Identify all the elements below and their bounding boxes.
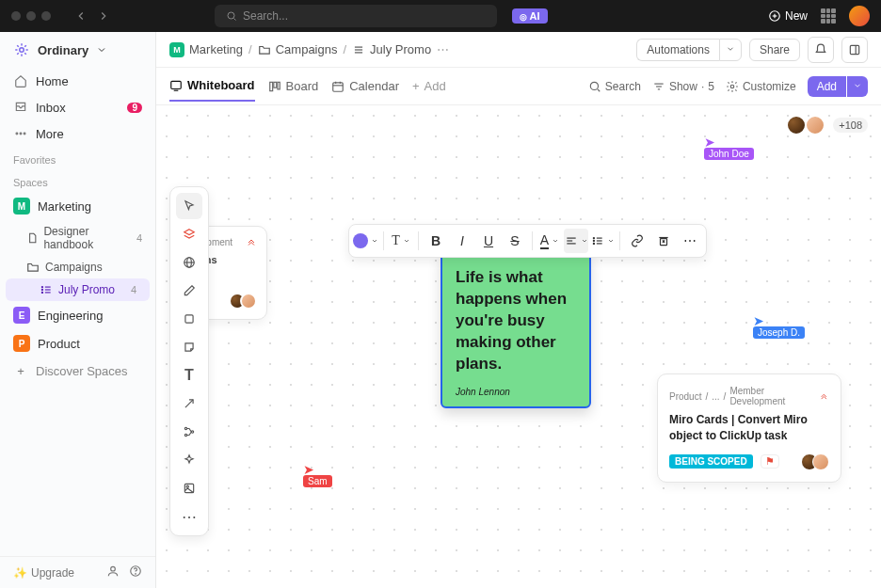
bold-button[interactable]: B: [424, 229, 448, 253]
italic-button[interactable]: I: [450, 229, 474, 253]
discover-spaces[interactable]: + Discover Spaces: [0, 358, 155, 384]
workspace-switcher[interactable]: Ordinary: [0, 32, 155, 68]
connector-tool[interactable]: [176, 390, 202, 417]
pen-icon: [183, 284, 196, 297]
svg-point-62: [593, 243, 594, 244]
svg-point-25: [136, 574, 136, 575]
list-icon: [352, 43, 365, 56]
add-dropdown-button[interactable]: [847, 76, 868, 97]
cursor-icon: ➤: [303, 463, 332, 476]
nav-more[interactable]: More: [0, 120, 155, 147]
pen-tool[interactable]: [176, 278, 202, 304]
text-color-icon: A: [540, 232, 549, 249]
customize-button[interactable]: Customize: [726, 80, 796, 93]
nav-inbox[interactable]: Inbox 9: [0, 94, 155, 120]
window-controls[interactable]: [11, 11, 51, 21]
help-icon[interactable]: [129, 564, 142, 580]
panel-button[interactable]: [841, 37, 868, 63]
search-input[interactable]: Search...: [215, 5, 497, 27]
strike-icon: S: [510, 233, 519, 248]
link-icon: [631, 234, 644, 247]
ai-tool[interactable]: [176, 447, 202, 473]
align-button[interactable]: [564, 229, 588, 253]
svg-line-13: [24, 45, 26, 47]
space-marketing[interactable]: M Marketing: [0, 192, 155, 220]
new-button[interactable]: New: [768, 9, 808, 23]
folder-icon: [26, 261, 40, 274]
svg-line-41: [598, 88, 600, 90]
chevron-down-icon[interactable]: [719, 39, 742, 61]
text-tool[interactable]: T: [176, 362, 202, 389]
tree-designer-handbook[interactable]: Designer handbook 4: [0, 220, 155, 256]
nav-home[interactable]: Home: [0, 68, 155, 94]
link-button[interactable]: [625, 229, 649, 253]
apps-icon[interactable]: [821, 8, 836, 24]
upgrade-button[interactable]: ✨ Upgrade: [13, 566, 74, 580]
shape-tool[interactable]: [176, 306, 202, 332]
space-product[interactable]: P Product: [0, 329, 155, 358]
spaces-label: Spaces: [0, 169, 155, 192]
remote-cursor-sam: ➤ Sam: [303, 463, 332, 486]
show-button[interactable]: Show · 5: [652, 80, 714, 93]
tab-board[interactable]: Board: [268, 72, 319, 101]
svg-point-19: [41, 292, 42, 293]
strike-button[interactable]: S: [503, 229, 527, 253]
share-button[interactable]: Share: [749, 39, 800, 61]
relation-tool[interactable]: [176, 419, 202, 445]
user-avatar[interactable]: [849, 6, 870, 26]
board-icon: [268, 80, 281, 93]
priority-flag[interactable]: ⚑: [761, 454, 779, 469]
stack-tool[interactable]: [176, 221, 202, 247]
invite-icon[interactable]: [106, 564, 120, 580]
whiteboard-canvas[interactable]: +108 T ⋯ ...pment: [156, 105, 881, 588]
more-tools[interactable]: ⋯: [176, 503, 202, 530]
task-card-miro[interactable]: Product / ... / Member Development Miro …: [657, 373, 841, 483]
breadcrumb-seg-july[interactable]: July Promo: [352, 42, 431, 56]
ai-badge[interactable]: ◎ AI: [512, 8, 548, 24]
sparkle-icon: [183, 453, 196, 467]
nav-back-button[interactable]: [70, 5, 92, 27]
sticky-quote: Life is what happens when you're busy ma…: [456, 267, 576, 375]
collaborators[interactable]: +108: [786, 115, 868, 135]
list-button[interactable]: [590, 229, 615, 253]
automations-button[interactable]: Automations: [636, 39, 742, 61]
breadcrumb-seg-marketing[interactable]: M Marketing: [169, 42, 243, 57]
sticky-tool[interactable]: [176, 334, 202, 360]
pointer-tool[interactable]: [176, 193, 202, 219]
tab-whiteboard[interactable]: Whiteboard: [169, 71, 255, 102]
more-format[interactable]: ⋯: [678, 229, 702, 253]
notifications-button[interactable]: [808, 37, 834, 63]
clickup-icon: [246, 236, 257, 247]
status-tag[interactable]: BEING SCOPED: [669, 454, 753, 469]
delete-button[interactable]: [651, 229, 676, 253]
search-icon: [226, 10, 237, 22]
svg-rect-31: [171, 81, 182, 88]
tab-calendar[interactable]: Calendar: [331, 72, 399, 101]
breadcrumb-seg-campaigns[interactable]: Campaigns: [258, 42, 338, 56]
add-button[interactable]: Add: [808, 76, 846, 97]
collab-more-count[interactable]: +108: [833, 118, 868, 133]
svg-line-11: [24, 53, 26, 55]
tree-campaigns[interactable]: Campaigns: [0, 256, 155, 278]
add-view-button[interactable]: + Add: [412, 72, 446, 101]
nav-forward-button[interactable]: [92, 5, 115, 27]
text-icon: T: [184, 367, 194, 384]
sticky-note[interactable]: Life is what happens when you're busy ma…: [440, 252, 591, 408]
tree-july-promo[interactable]: July Promo 4: [6, 278, 150, 301]
avatar: [786, 115, 807, 135]
workspace-logo-icon: [13, 41, 30, 58]
space-engineering[interactable]: E Engineering: [0, 301, 155, 329]
space-marketing-icon: M: [13, 198, 30, 215]
svg-point-23: [111, 566, 116, 571]
breadcrumb-more[interactable]: ⋯: [437, 42, 449, 56]
web-tool[interactable]: [176, 249, 202, 276]
text-color-button[interactable]: A: [537, 229, 562, 253]
view-search-button[interactable]: Search: [588, 80, 641, 93]
svg-point-5: [20, 48, 24, 53]
color-picker[interactable]: [353, 229, 378, 253]
remote-cursor-joseph: ➤ Joseph D.: [753, 314, 805, 338]
underline-button[interactable]: U: [476, 229, 501, 253]
font-picker[interactable]: T: [389, 229, 413, 253]
image-tool[interactable]: [176, 475, 202, 501]
svg-line-1: [234, 19, 236, 21]
